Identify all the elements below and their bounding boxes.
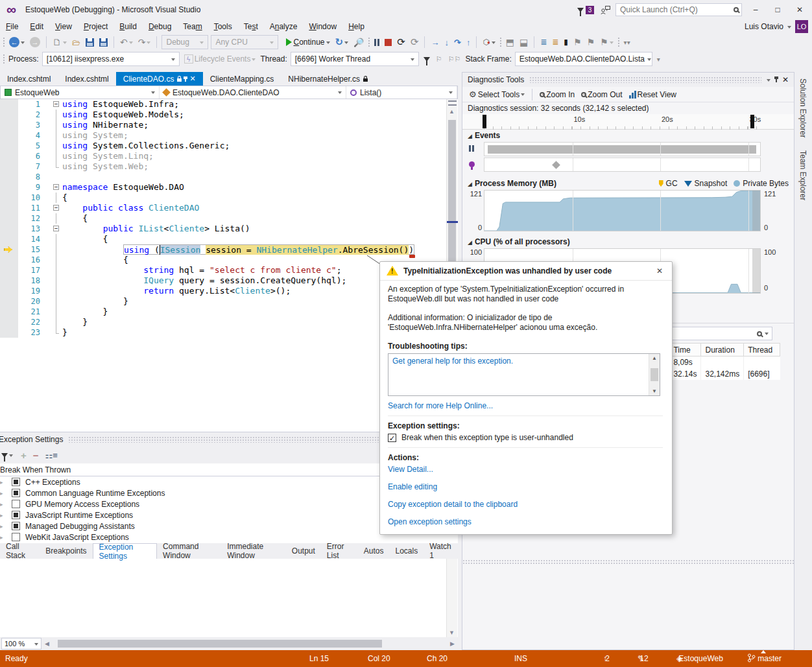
break-all-button[interactable] [373, 35, 381, 49]
menu-edit[interactable]: Edit [24, 19, 49, 34]
menu-file[interactable]: File [0, 19, 24, 34]
memory-chart[interactable] [484, 190, 761, 231]
bottom-tab-watch-1[interactable]: Watch 1 [424, 543, 458, 559]
fold-collapse-icon[interactable]: − [53, 101, 59, 107]
zoom-in-button[interactable]: Zoom In [538, 88, 576, 102]
scroll-up-arrow[interactable]: ▲ [649, 355, 660, 361]
bottom-tab-exception-settings[interactable]: Exception Settings [93, 543, 158, 559]
code-line-11[interactable]: 11− public class ClienteDAO [0, 203, 458, 213]
restore-defaults-button[interactable]: ⚏≡ [45, 451, 58, 460]
open-file-button[interactable]: 🗁 [71, 35, 82, 49]
selection-start-handle[interactable] [483, 115, 486, 128]
feedback-icon[interactable] [601, 6, 610, 14]
scroll-down-arrow[interactable]: ▼ [649, 388, 660, 394]
editor-zoom-dropdown[interactable]: 100 % [1, 638, 42, 649]
code-line-15[interactable]: 15 using (ISession session = NHibernateH… [0, 244, 458, 255]
bookmark-button[interactable]: ▮ [562, 35, 569, 49]
menu-build[interactable]: Build [113, 19, 143, 34]
member-dropdown[interactable]: Lista() [346, 86, 457, 99]
restart-button[interactable]: ↻ [334, 35, 350, 49]
break-checkbox[interactable] [12, 522, 20, 530]
close-icon[interactable]: ✕ [189, 75, 195, 83]
tips-scrollbar[interactable]: ▲ ▼ [649, 354, 660, 395]
thread-dropdown[interactable]: [6696] Worker Thread [291, 52, 419, 66]
code-line-6[interactable]: 6using System.Linq; [0, 151, 458, 161]
pending-changes-button[interactable]: ✎ 12 [638, 650, 639, 667]
side-tab-solution-explorer[interactable]: Solution Explorer [794, 72, 811, 144]
step-out-button[interactable]: ↑ [465, 35, 472, 49]
events-section-header[interactable]: ◢Events [468, 131, 500, 140]
code-line-2[interactable]: 2using EstoqueWeb.Models; [0, 110, 458, 120]
close-button[interactable]: ✕ [791, 3, 808, 17]
show-next-statement-button[interactable]: → [429, 35, 440, 49]
toolbar-overflow-button[interactable]: ▾ [656, 52, 662, 66]
select-tools-button[interactable]: ⚙Select Tools [468, 88, 526, 102]
tab-nhibernatehelper.cs[interactable]: NHibernateHelper.cs [281, 72, 375, 86]
solution-platform-dropdown[interactable]: Any CPU [211, 35, 278, 49]
pin-icon[interactable] [185, 76, 186, 82]
branch-button[interactable]: master [747, 650, 758, 667]
bottom-tab-locals[interactable]: Locals [389, 543, 424, 559]
tab-clientemapping.cs[interactable]: ClienteMapping.cs [203, 72, 281, 86]
code-line-12[interactable]: 12 { [0, 213, 458, 224]
tab-index.cshtml[interactable]: Index.cshtml [0, 72, 58, 86]
type-dropdown[interactable]: EstoqueWeb.DAO.ClienteDAO [160, 86, 346, 99]
restart-debugging-button[interactable]: ⟳ [396, 35, 407, 49]
code-line-13[interactable]: 13− public IList<Cliente> Lista() [0, 224, 458, 234]
menu-team[interactable]: Team [177, 19, 208, 34]
side-tab-team-explorer[interactable]: Team Explorer [794, 144, 811, 207]
break-checkbox[interactable] [12, 478, 20, 486]
save-all-button[interactable] [98, 35, 109, 49]
undock-window-button[interactable]: ⬒ [505, 35, 516, 49]
break-checkbox[interactable] [12, 489, 20, 497]
bottom-tab-command-window[interactable]: Command Window [157, 543, 221, 559]
view-detail-link[interactable]: View Detail... [388, 465, 663, 474]
intellitrace-button[interactable]: 🔎 [352, 35, 365, 49]
undo-button[interactable]: ↶ [119, 35, 134, 49]
navigate-forward-button[interactable]: → [29, 35, 42, 49]
scrollbar-thumb[interactable] [651, 368, 658, 381]
code-line-8[interactable]: 8 [0, 172, 458, 182]
dock-window-button[interactable]: ⬓ [518, 35, 529, 49]
quick-launch-input[interactable] [619, 5, 734, 15]
menu-project[interactable]: Project [78, 19, 113, 34]
lifecycle-events-button[interactable]: ϟ Lifecycle Events [183, 52, 257, 66]
redo-button[interactable]: ↷ [137, 35, 152, 49]
repository-button[interactable]: ◈ EstoqueWeb [676, 650, 678, 667]
bottom-tab-error-list[interactable]: Error List [321, 543, 358, 559]
menu-view[interactable]: View [49, 19, 78, 34]
navigate-back-button[interactable]: ← [8, 35, 26, 49]
user-avatar[interactable]: LO [795, 20, 808, 33]
notifications-button[interactable]: 3 [576, 3, 595, 17]
fold-collapse-icon[interactable]: − [53, 184, 59, 190]
code-line-4[interactable]: 4using System; [0, 130, 458, 141]
event-diamond-marker[interactable] [552, 161, 560, 169]
scroll-right-arrow[interactable]: ▶ [447, 640, 458, 647]
stop-debugging-button[interactable] [383, 35, 393, 49]
timeline-ruler[interactable]: 10s20s30s [462, 114, 794, 130]
flagged-only-button[interactable]: ⚐⚐ [447, 52, 462, 66]
next-bookmark-button[interactable]: ⚑ [585, 35, 596, 49]
project-dropdown[interactable]: EstoqueWeb [1, 86, 160, 99]
save-button[interactable] [84, 35, 95, 49]
code-line-1[interactable]: 1−using EstoqueWeb.Infra; [0, 99, 458, 110]
code-line-10[interactable]: 10{ [0, 193, 458, 203]
comment-button[interactable]: ≣ [539, 35, 548, 49]
reset-view-button[interactable]: Reset View [628, 88, 678, 102]
minimize-button[interactable]: – [747, 3, 764, 17]
toolbar-overflow-button[interactable]: ▾▾ [623, 35, 632, 49]
code-line-7[interactable]: 7using System.Web; [0, 161, 458, 172]
menu-analyze[interactable]: Analyze [264, 19, 304, 34]
close-icon[interactable]: ✕ [782, 75, 789, 84]
stack-frame-dropdown[interactable]: EstoqueWeb.DAO.ClienteDAO.Lista [515, 52, 652, 66]
pin-icon[interactable] [776, 75, 777, 84]
window-menu-chevron-icon[interactable] [767, 79, 770, 84]
step-over-button[interactable]: ↷ [453, 35, 462, 49]
add-exception-button[interactable]: + [21, 450, 27, 461]
tab-clientedao.cs[interactable]: ClienteDAO.cs✕ [116, 72, 203, 86]
quick-launch-box[interactable] [615, 3, 742, 16]
bottom-tab-breakpoints[interactable]: Breakpoints [40, 543, 92, 559]
tab-index.cshtml[interactable]: Index.cshtml [58, 72, 115, 86]
enable-editing-link[interactable]: Enable editing [388, 482, 663, 491]
menu-debug[interactable]: Debug [143, 19, 177, 34]
